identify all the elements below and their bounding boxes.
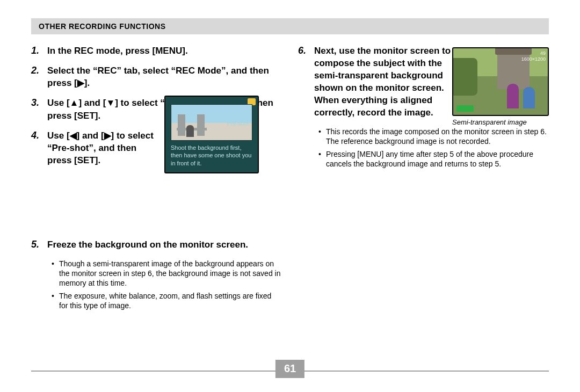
bullet-item: This records the image composed on the m… [318, 127, 549, 146]
step5-bullets: Though a semi-transparent image of the b… [52, 259, 282, 311]
step-number: 5. [31, 239, 43, 251]
step-number: 4. [31, 130, 43, 167]
step-number: 3. [31, 97, 43, 122]
tower-shape [197, 114, 205, 136]
step-text: Select the “REC” tab, select “REC Mode”,… [47, 65, 282, 90]
step-1: 1. In the REC mode, press [MENU]. [31, 45, 282, 57]
step-number: 6. [298, 45, 310, 119]
semi-transparent-figure: 49 1600×1200 Semi-transparent image [452, 47, 549, 126]
preshot-label: Pre-shot [227, 120, 249, 127]
preshot-figure: Pre-shot Shoot the background first, the… [164, 96, 259, 173]
bullet-item: Pressing [MENU] any time after step 5 of… [318, 149, 549, 169]
camera-preview-image: 49 1600×1200 [452, 47, 549, 116]
step-number: 2. [31, 65, 43, 90]
hud-readout: 49 1600×1200 [521, 50, 546, 62]
step-text: Next, use the monitor screen to compose … [314, 45, 454, 119]
two-column-layout: 1. In the REC mode, press [MENU]. 2. Sel… [31, 45, 549, 317]
step-5: 5. Freeze the background on the monitor … [31, 239, 282, 251]
left-column: 1. In the REC mode, press [MENU]. 2. Sel… [31, 45, 282, 317]
step6-bullets: This records the image composed on the m… [318, 127, 549, 169]
person-2 [523, 87, 535, 108]
right-column: 6. Next, use the monitor screen to compo… [298, 45, 549, 317]
step-text: Use [◀] and [▶] to select “Pre-shot”, an… [47, 130, 163, 167]
step-number: 1. [31, 45, 43, 57]
bullet-item: The exposure, white balance, zoom, and f… [52, 291, 282, 310]
section-title: OTHER RECORDING FUNCTIONS [39, 22, 166, 31]
people-group [506, 79, 536, 108]
person-silhouette [186, 125, 194, 137]
section-header: OTHER RECORDING FUNCTIONS [31, 18, 549, 34]
trees-shape [453, 58, 477, 96]
step-text: In the REC mode, press [MENU]. [47, 45, 282, 57]
indicator-bar [456, 105, 474, 112]
hud-count: 49 [521, 50, 546, 56]
page-number: 61 [276, 360, 305, 378]
figure-caption: Semi-transparent image [452, 118, 549, 126]
step-2: 2. Select the “REC” tab, select “REC Mod… [31, 65, 282, 90]
hud-resolution: 1600×1200 [521, 56, 546, 62]
bullet-item: Though a semi-transparent image of the b… [52, 259, 282, 288]
step3-pre: Use [▲] and [▼] to select “ [47, 98, 165, 108]
preshot-caption: Shoot the background first, then have so… [171, 144, 252, 167]
step-text: Freeze the background on the monitor scr… [47, 239, 282, 251]
person-1 [507, 84, 519, 108]
tower-shape [178, 114, 185, 136]
